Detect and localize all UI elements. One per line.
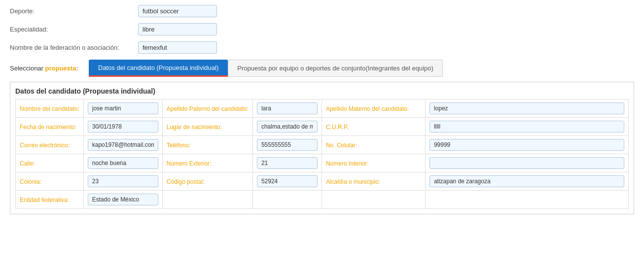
deporte-row: Deporte:	[10, 5, 634, 17]
cp-input[interactable]	[257, 175, 318, 187]
section-title: Datos del candidato (Propuesta individua…	[15, 87, 629, 95]
tab-individual[interactable]: Datos del candidato (Propuesta individua…	[89, 60, 228, 77]
colonia-input[interactable]	[88, 175, 158, 187]
lugar-nac-label: Lugar de nacimiento:	[167, 124, 222, 131]
table-row: Nombre del candidato: Apellido Paterno d…	[16, 100, 629, 118]
alcaldia-input[interactable]	[429, 175, 624, 187]
propuesta-label: Seleccionar propuesta:	[10, 65, 89, 72]
num-int-input[interactable]	[429, 157, 624, 169]
fecha-nac-input[interactable]	[88, 121, 158, 133]
especialidad-input[interactable]	[138, 23, 217, 35]
curp-label: C.U.R.P.	[326, 124, 349, 131]
entidad-label: Entidad federativa:	[20, 197, 69, 203]
num-int-label: Número Interior:	[326, 160, 369, 167]
apellido-paterno-label: Apellido Paterno del candidato:	[167, 105, 249, 112]
celular-label: No. Celular:	[326, 142, 357, 149]
apellido-paterno-input[interactable]	[257, 102, 318, 114]
nombre-label: Nombre del candidato:	[20, 105, 79, 112]
calle-label: Calle:	[20, 160, 35, 167]
num-ext-label: Número Exterior:	[167, 160, 212, 167]
lugar-nac-input[interactable]	[257, 121, 318, 133]
nombre-input[interactable]	[88, 102, 158, 114]
curp-input[interactable]	[429, 121, 624, 133]
federacion-row: Nombre de la federación o asociación:	[10, 41, 634, 54]
table-row: Fecha de nacimiento: Lugar de nacimiento…	[16, 118, 629, 136]
table-row: Entidad federativa:	[16, 191, 629, 209]
candidate-table: Nombre del candidato: Apellido Paterno d…	[15, 99, 629, 209]
federacion-input[interactable]	[138, 41, 217, 54]
entidad-input[interactable]	[88, 194, 158, 205]
table-row: Calle: Número Exterior: Número Interior:	[16, 154, 629, 172]
colonia-label: Colonia:	[20, 178, 41, 185]
telefono-label: Teléfono:	[167, 142, 191, 149]
cp-label: Código postal:	[167, 178, 205, 185]
tab-equipo[interactable]: Propuesta por equipo o deportes de conju…	[228, 60, 443, 77]
deporte-label: Deporte:	[10, 7, 138, 15]
celular-input[interactable]	[429, 139, 624, 151]
correo-input[interactable]	[88, 139, 158, 151]
calle-input[interactable]	[88, 157, 158, 169]
federacion-label: Nombre de la federación o asociación:	[10, 44, 138, 51]
tab-container: Datos del candidato (Propuesta individua…	[89, 60, 443, 77]
correo-label: Correo electrónico:	[20, 142, 70, 149]
table-row: Colonia: Código postal: Alcaldía o munic…	[16, 172, 629, 191]
apellido-materno-input[interactable]	[429, 102, 624, 114]
especialidad-label: Especialidad:	[10, 26, 138, 33]
table-row: Correo electrónico: Teléfono: No. Celula…	[16, 136, 629, 154]
telefono-input[interactable]	[257, 139, 318, 151]
propuesta-highlight: propuesta	[45, 65, 76, 72]
deporte-input[interactable]	[138, 5, 217, 17]
especialidad-row: Especialidad:	[10, 23, 634, 35]
fecha-nac-label: Fecha de nacimiento:	[20, 124, 76, 131]
num-ext-input[interactable]	[257, 157, 318, 169]
apellido-materno-label: Apellido Materno del candidato:	[326, 105, 409, 112]
propuesta-row: Seleccionar propuesta: Datos del candida…	[10, 60, 634, 77]
alcaldia-label: Alcaldía o municipio:	[326, 178, 380, 185]
